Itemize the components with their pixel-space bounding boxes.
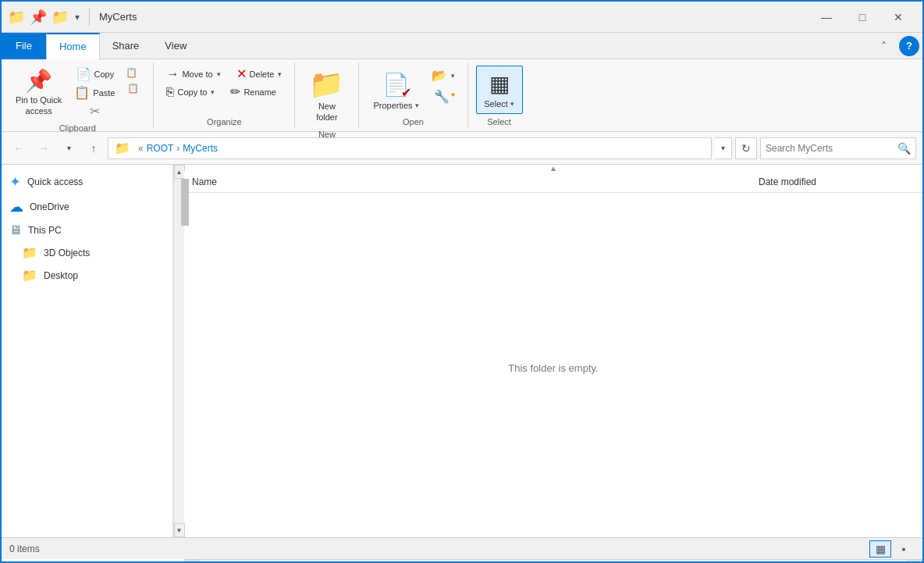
ribbon: File Home Share View ˄ ? 📌 Pin to Quicka… — [2, 33, 922, 132]
paste-button[interactable]: 📋 Paste — [69, 84, 119, 102]
select-label: Select — [484, 99, 508, 109]
move-to-arrow: ▾ — [217, 70, 221, 78]
paste-shortcut-button[interactable]: 📋 — [121, 81, 145, 95]
ribbon-content: 📌 Pin to Quickaccess 📄 Copy 📋 Paste — [2, 59, 922, 131]
path-separator1: « — [138, 143, 144, 154]
large-icons-view-icon: ▪ — [902, 543, 906, 555]
copy-icon: 📄 — [76, 68, 91, 80]
help-button[interactable]: ? — [899, 36, 919, 56]
history-dropdown-button[interactable]: ▾ — [58, 137, 80, 159]
path-arrow: › — [176, 143, 179, 154]
title-separator — [89, 9, 90, 26]
properties-label: Properties — [373, 101, 412, 110]
select-group-label: Select — [473, 116, 526, 128]
pin-icon: 📌 — [30, 9, 47, 26]
content-area: ▲ Name Date modified This folder is empt… — [184, 165, 922, 537]
content-header: Name Date modified — [184, 171, 922, 193]
clipboard-group-items: 📌 Pin to Quickaccess 📄 Copy 📋 Paste — [6, 62, 148, 122]
folder-yellow-icon: 📁 — [52, 9, 69, 26]
sidebar-item-onedrive[interactable]: ☁ OneDrive — [2, 194, 172, 219]
path-current[interactable]: MyCerts — [183, 143, 218, 154]
scrollbar-up-button[interactable]: ▲ — [174, 165, 185, 179]
scrollbar-down-button[interactable]: ▼ — [174, 523, 185, 537]
history-icon: 🔧 — [434, 89, 450, 104]
history-button[interactable]: 🔧 ● — [427, 87, 460, 106]
column-name[interactable]: Name — [192, 176, 759, 187]
details-view-icon: ▦ — [876, 543, 886, 555]
empty-message-text: This folder is empty. — [508, 362, 598, 374]
minimize-button[interactable]: — — [808, 5, 844, 30]
this-pc-label: This PC — [28, 225, 62, 236]
select-icon: ▦ — [489, 71, 510, 97]
tab-view[interactable]: View — [152, 33, 200, 59]
onedrive-label: OneDrive — [30, 201, 69, 212]
close-button[interactable]: ✕ — [880, 5, 916, 30]
details-view-button[interactable]: ▦ — [869, 540, 891, 558]
column-date-modified[interactable]: Date modified — [759, 176, 915, 187]
properties-arrow: ▾ — [415, 102, 419, 109]
path-root[interactable]: ROOT — [147, 143, 174, 154]
sidebar-item-this-pc[interactable]: 🖥 This PC — [2, 219, 172, 241]
scrollbar-thumb[interactable] — [181, 179, 189, 226]
pin-icon: 📌 — [25, 70, 52, 92]
tab-file[interactable]: File — [2, 33, 46, 59]
delete-arrow: ▾ — [278, 70, 282, 78]
open-btn[interactable]: 📂 ▾ — [427, 66, 460, 85]
delete-button[interactable]: ✕ Delete ▾ — [232, 66, 287, 83]
address-path-dropdown[interactable]: ▾ — [715, 137, 732, 159]
move-to-button[interactable]: → Move to ▾ — [162, 66, 225, 83]
copy-button[interactable]: 📄 Copy — [69, 66, 119, 83]
sidebar-item-3d-objects[interactable]: 📁 3D Objects — [2, 241, 172, 264]
item-count: 0 items — [9, 543, 40, 554]
quick-access-dropdown[interactable]: ▾ — [73, 10, 81, 24]
paste-shortcut-icon: 📋 — [127, 84, 139, 93]
search-icon[interactable]: 🔍 — [897, 142, 911, 155]
cut-icon: ✂ — [90, 105, 100, 118]
vertical-scrollbar[interactable]: ▲ ▼ — [173, 165, 184, 537]
rename-button[interactable]: ✏ Rename — [226, 84, 281, 101]
search-input[interactable] — [766, 143, 894, 154]
pin-to-quick-access-button[interactable]: 📌 Pin to Quickaccess — [9, 66, 68, 122]
properties-button[interactable]: 📄 ✔ Properties ▾ — [367, 66, 425, 115]
new-group: 📁 Newfolder New — [295, 62, 359, 128]
horizontal-track[interactable] — [200, 560, 907, 564]
up-button[interactable]: ↑ — [83, 137, 105, 159]
status-bar: 0 items ▦ ▪ — [2, 537, 922, 559]
horizontal-scrollbar[interactable]: ◀ ▶ — [184, 559, 922, 563]
scrollbar-right-button[interactable]: ▶ — [907, 560, 922, 564]
scrollbar-left-button[interactable]: ◀ — [184, 560, 200, 564]
view-mode-buttons: ▦ ▪ — [869, 540, 915, 558]
sidebar-item-quick-access[interactable]: ✦ Quick access — [2, 169, 172, 194]
3d-objects-icon: 📁 — [22, 245, 37, 260]
cut-button[interactable]: ✂ — [69, 103, 119, 120]
ribbon-collapse-button[interactable]: ˄ — [871, 34, 896, 59]
maximize-button[interactable]: □ — [844, 5, 880, 30]
pin-label: Pin to Quickaccess — [16, 94, 62, 117]
open-btn-arrow: ▾ — [451, 72, 455, 80]
open-btn-icon: 📂 — [432, 68, 447, 83]
tab-home[interactable]: Home — [46, 33, 100, 59]
new-folder-button[interactable]: 📁 Newfolder — [303, 66, 350, 128]
paste-label: Paste — [93, 88, 115, 98]
copy-path-button[interactable]: 📋 — [121, 66, 145, 80]
copy-path-icon: 📋 — [126, 68, 137, 77]
empty-folder-message: This folder is empty. — [184, 193, 922, 537]
copy-to-icon: ⎘ — [166, 86, 174, 98]
paste-icon: 📋 — [74, 87, 90, 99]
rename-icon: ✏ — [230, 86, 240, 98]
back-button[interactable]: ← — [8, 137, 30, 159]
address-path[interactable]: 📁 « ROOT › MyCerts — [108, 137, 712, 159]
select-button[interactable]: ▦ Select ▾ — [476, 66, 523, 114]
copy-to-arrow: ▾ — [211, 88, 215, 96]
select-arrow: ▾ — [510, 100, 514, 108]
copy-to-button[interactable]: ⎘ Copy to ▾ — [162, 84, 219, 101]
sidebar-item-desktop[interactable]: 📁 Desktop — [2, 264, 172, 287]
large-icons-view-button[interactable]: ▪ — [893, 540, 915, 558]
tab-share[interactable]: Share — [100, 33, 153, 59]
desktop-icon: 📁 — [22, 268, 37, 283]
clipboard-label: Clipboard — [6, 122, 148, 134]
forward-button[interactable]: → — [33, 137, 55, 159]
open-group-items: 📄 ✔ Properties ▾ 📂 ▾ 🔧 — [364, 62, 462, 116]
refresh-button[interactable]: ↻ — [735, 137, 757, 159]
properties-check-icon: ✔ — [401, 85, 411, 100]
